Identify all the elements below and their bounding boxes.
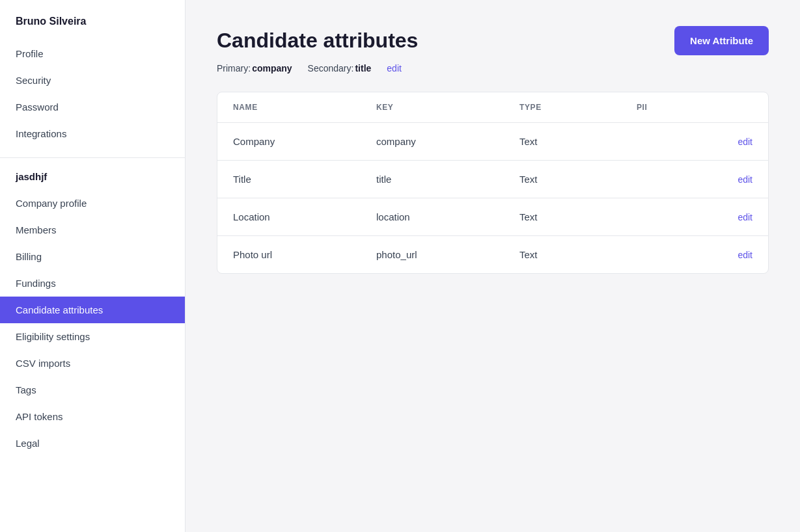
sidebar-user-name: Bruno Silveira <box>0 16 185 40</box>
secondary-label: Secondary: <box>308 63 354 73</box>
cell-action: edit <box>699 161 768 198</box>
cell-type: Text <box>504 198 621 236</box>
new-attribute-button[interactable]: New Attribute <box>674 26 769 55</box>
table-row: LocationlocationTextedit <box>217 198 768 236</box>
sidebar-item-security[interactable]: Security <box>0 67 185 94</box>
sidebar-item-billing[interactable]: Billing <box>0 243 185 270</box>
cell-action: edit <box>699 236 768 274</box>
sidebar-item-csv-imports[interactable]: CSV imports <box>0 350 185 377</box>
cell-type: Text <box>504 123 621 161</box>
cell-key: photo_url <box>361 236 504 274</box>
sidebar-item-password[interactable]: Password <box>0 94 185 120</box>
edit-link-location[interactable]: edit <box>738 212 752 222</box>
sidebar-item-tags[interactable]: Tags <box>0 377 185 403</box>
cell-type: Text <box>504 236 621 274</box>
cell-pii <box>621 123 699 161</box>
col-header-name: NAME <box>217 92 361 123</box>
edit-link-title[interactable]: edit <box>738 174 752 185</box>
sidebar-item-profile[interactable]: Profile <box>0 40 185 67</box>
table-row: CompanycompanyTextedit <box>217 123 768 161</box>
sidebar-item-legal[interactable]: Legal <box>0 430 185 457</box>
sidebar-item-candidate-attributes[interactable]: Candidate attributes <box>0 297 185 323</box>
cell-name: Company <box>217 123 361 161</box>
col-header-key: KEY <box>361 92 504 123</box>
cell-action: edit <box>699 198 768 236</box>
col-header-pii: PII <box>621 92 699 123</box>
primary-label: Primary: <box>217 63 251 73</box>
cell-key: title <box>361 161 504 198</box>
main-content: Candidate attributes New Attribute Prima… <box>186 0 800 532</box>
primary-meta: Primary: company <box>217 63 292 73</box>
primary-value: company <box>252 63 292 73</box>
attributes-table: NAME KEY TYPE PII CompanycompanyTextedit… <box>217 92 768 273</box>
sidebar-item-fundings[interactable]: Fundings <box>0 270 185 297</box>
cell-key: location <box>361 198 504 236</box>
cell-name: Location <box>217 198 361 236</box>
table-row: Photo urlphoto_urlTextedit <box>217 236 768 274</box>
attributes-table-container: NAME KEY TYPE PII CompanycompanyTextedit… <box>217 92 769 274</box>
main-header: Candidate attributes New Attribute <box>217 26 769 55</box>
table-row: TitletitleTextedit <box>217 161 768 198</box>
edit-link-company[interactable]: edit <box>738 137 752 147</box>
col-header-type: TYPE <box>504 92 621 123</box>
sidebar-item-company-profile[interactable]: Company profile <box>0 190 185 217</box>
sidebar: Bruno Silveira ProfileSecurityPasswordIn… <box>0 0 186 532</box>
cell-name: Title <box>217 161 361 198</box>
secondary-meta: Secondary: title <box>308 63 372 73</box>
edit-link-photo_url[interactable]: edit <box>738 250 752 260</box>
sidebar-item-integrations[interactable]: Integrations <box>0 120 185 147</box>
sidebar-item-eligibility-settings[interactable]: Eligibility settings <box>0 323 185 350</box>
table-body: CompanycompanyTexteditTitletitleTextedit… <box>217 123 768 274</box>
page-title: Candidate attributes <box>217 29 418 53</box>
sidebar-org-name: jasdhjf <box>0 168 185 190</box>
cell-name: Photo url <box>217 236 361 274</box>
sidebar-item-api-tokens[interactable]: API tokens <box>0 403 185 430</box>
meta-edit-link[interactable]: edit <box>387 63 402 73</box>
table-header: NAME KEY TYPE PII <box>217 92 768 123</box>
cell-action: edit <box>699 123 768 161</box>
cell-pii <box>621 236 699 274</box>
cell-key: company <box>361 123 504 161</box>
cell-pii <box>621 198 699 236</box>
meta-row: Primary: company Secondary: title edit <box>217 63 769 73</box>
secondary-value: title <box>355 63 371 73</box>
cell-type: Text <box>504 161 621 198</box>
col-header-action <box>699 92 768 123</box>
sidebar-item-members[interactable]: Members <box>0 217 185 243</box>
cell-pii <box>621 161 699 198</box>
